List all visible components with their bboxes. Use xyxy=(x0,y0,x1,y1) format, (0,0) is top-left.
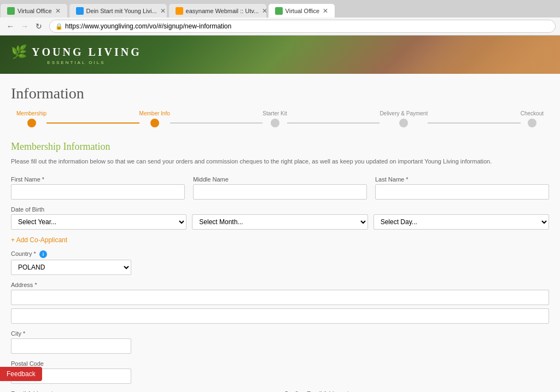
last-name-label: Last Name * xyxy=(375,176,549,183)
refresh-button[interactable]: ↻ xyxy=(33,20,45,32)
logo-brand: YOUNG LIVING xyxy=(32,46,142,58)
city-label: City * xyxy=(11,330,131,337)
logo-tagline: ESSENTIAL OILS xyxy=(47,60,105,65)
add-co-applicant-link[interactable]: + Add Co-Applicant xyxy=(11,236,549,244)
tab-close-1[interactable]: ✕ xyxy=(55,7,61,15)
country-group: Country * i POLAND xyxy=(11,250,131,275)
last-name-input[interactable] xyxy=(375,184,549,200)
confirm-email-group: Confirm Email Address * xyxy=(284,390,550,393)
address-label: Address * xyxy=(11,282,549,288)
step-circle-membership xyxy=(27,119,36,127)
middle-name-group: Middle Name xyxy=(193,176,367,200)
tab-close-4[interactable]: ✕ xyxy=(323,7,328,15)
step-label-membership: Membership xyxy=(16,110,46,116)
step-line-3 xyxy=(287,122,380,124)
last-name-group: Last Name * xyxy=(375,176,549,200)
middle-name-label: Middle Name xyxy=(193,176,367,183)
tab-label-4: Virtual Office xyxy=(285,8,320,14)
step-checkout: Checkout xyxy=(521,110,544,127)
step-line-1 xyxy=(46,122,139,124)
step-label-member-info: Member Info xyxy=(139,110,170,116)
tab-favicon-2 xyxy=(76,7,84,15)
page-content: 🌿 YOUNG LIVING ESSENTIAL OILS Informatio… xyxy=(0,36,560,392)
lock-icon: 🔒 xyxy=(55,23,63,30)
tab-easyname[interactable]: easyname Webmail :: Utv... ✕ xyxy=(168,3,267,17)
email-label: Email Address * xyxy=(11,390,276,393)
dob-group: Date of Birth Select Year... Select Mont… xyxy=(11,206,549,230)
country-info-icon[interactable]: i xyxy=(39,250,47,258)
email-row: Email Address * Confirm Email Address * xyxy=(11,390,549,393)
month-select[interactable]: Select Month... xyxy=(192,214,368,230)
address-bar: ← → ↻ 🔒 https://www.youngliving.com/vo/#… xyxy=(0,17,560,36)
logo-leaf-icon: 🌿 xyxy=(11,44,27,60)
nav-buttons: ← → ↻ xyxy=(4,20,45,32)
url-bar[interactable]: 🔒 https://www.youngliving.com/vo/#/signu… xyxy=(49,20,556,33)
step-circle-delivery xyxy=(399,119,408,127)
postal-row: Postal Code xyxy=(11,360,549,384)
tab-dein-start[interactable]: Dein Start mit Young Livi... ✕ xyxy=(69,3,167,17)
logo-area: 🌿 YOUNG LIVING ESSENTIAL OILS xyxy=(11,44,142,65)
url-text: https://www.youngliving.com/vo/#/signup/… xyxy=(65,22,231,30)
tab-close-2[interactable]: ✕ xyxy=(160,7,166,15)
country-label: Country * i xyxy=(11,250,131,258)
city-input[interactable] xyxy=(11,338,131,354)
tab-label-2: Dein Start mit Young Livi... xyxy=(86,8,157,14)
email-group: Email Address * xyxy=(11,390,276,393)
address-group: Address * xyxy=(11,282,549,324)
address-row: Address * xyxy=(11,282,549,324)
step-membership: Membership xyxy=(16,110,46,127)
step-line-2 xyxy=(170,122,263,124)
postal-label: Postal Code xyxy=(11,360,131,367)
day-select[interactable]: Select Day... xyxy=(374,214,549,230)
tab-favicon-4 xyxy=(275,7,283,15)
browser-chrome: Virtual Office ✕ Dein Start mit Young Li… xyxy=(0,0,560,36)
step-circle-starter-kit xyxy=(271,119,279,127)
step-label-delivery: Delivery & Payment xyxy=(380,110,428,116)
tab-close-3[interactable]: ✕ xyxy=(262,7,267,15)
confirm-email-label: Confirm Email Address * xyxy=(284,390,550,393)
step-delivery: Delivery & Payment xyxy=(380,110,428,127)
address-input-1[interactable] xyxy=(11,290,549,305)
tab-favicon-3 xyxy=(176,7,183,15)
address-input-2[interactable] xyxy=(11,308,549,324)
tab-virtual-office-active[interactable]: Virtual Office ✕ xyxy=(268,3,336,17)
step-line-4 xyxy=(428,122,521,124)
city-group: City * xyxy=(11,330,131,354)
year-select[interactable]: Select Year... xyxy=(11,214,186,230)
step-starter-kit: Starter Kit xyxy=(262,110,287,127)
step-member-info: Member Info xyxy=(139,110,170,127)
page-title: Information xyxy=(11,74,549,110)
step-circle-checkout xyxy=(528,119,536,127)
country-label-text: Country * xyxy=(11,250,36,257)
middle-name-input[interactable] xyxy=(193,184,367,200)
city-row: City * xyxy=(11,330,549,354)
header-banner: 🌿 YOUNG LIVING ESSENTIAL OILS xyxy=(0,36,560,74)
step-circle-member-info xyxy=(150,119,159,127)
tab-label-1: Virtual Office xyxy=(18,8,52,14)
add-co-applicant-text: + Add Co-Applicant xyxy=(11,236,67,244)
first-name-input[interactable] xyxy=(11,184,185,200)
name-row: First Name * Middle Name Last Name * xyxy=(11,176,549,200)
tab-favicon-1 xyxy=(7,7,15,15)
dob-label: Date of Birth xyxy=(11,206,549,213)
progress-steps: Membership Member Info Starter Kit Deliv… xyxy=(11,110,549,127)
tab-bar: Virtual Office ✕ Dein Start mit Young Li… xyxy=(0,0,560,17)
country-select[interactable]: POLAND xyxy=(11,260,131,275)
back-button[interactable]: ← xyxy=(4,20,16,32)
step-label-starter-kit: Starter Kit xyxy=(262,110,287,116)
main-area: Information Membership Member Info Start… xyxy=(0,74,560,392)
first-name-group: First Name * xyxy=(11,176,185,200)
feedback-button[interactable]: Feedback xyxy=(0,367,42,381)
dob-row: Date of Birth Select Year... Select Mont… xyxy=(11,206,549,230)
membership-section-desc: Please fill out the information below so… xyxy=(11,157,549,166)
first-name-label: First Name * xyxy=(11,176,185,183)
forward-button[interactable]: → xyxy=(19,20,31,32)
step-label-checkout: Checkout xyxy=(521,110,544,116)
country-row: Country * i POLAND xyxy=(11,250,549,275)
membership-section-title: Membership Information xyxy=(11,141,549,153)
tab-virtual-office-1[interactable]: Virtual Office ✕ xyxy=(0,3,68,17)
tab-label-3: easyname Webmail :: Utv... xyxy=(186,8,259,14)
